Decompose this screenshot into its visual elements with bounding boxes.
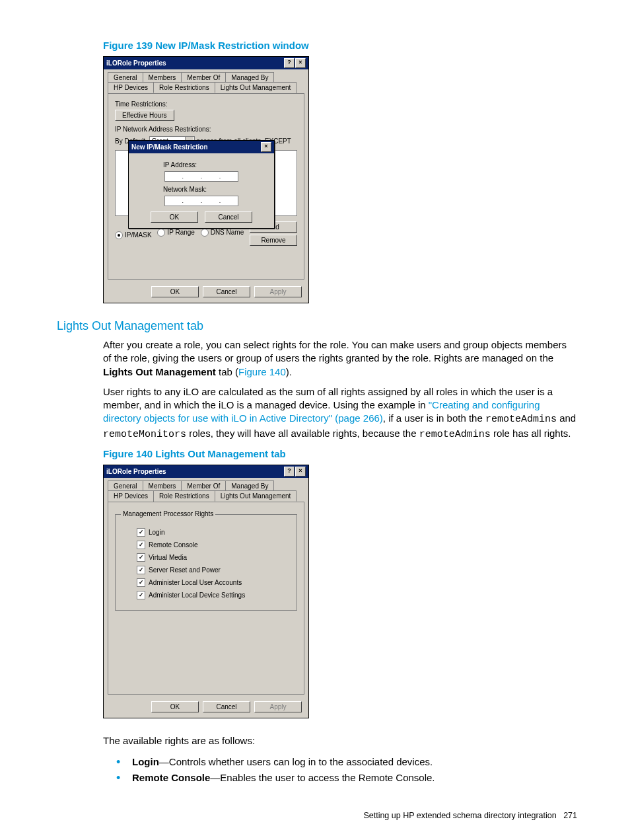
close-icon[interactable]: ×	[295, 467, 306, 477]
right-remote-console: Remote Console—Enables the user to acces…	[116, 770, 577, 786]
right-login: Login—Controls whether users can log in …	[116, 754, 577, 770]
checkbox-login[interactable]: Login	[137, 528, 289, 537]
rights-list: Login—Controls whether users can log in …	[116, 754, 577, 786]
cancel-button[interactable]: Cancel	[203, 286, 250, 297]
help-icon[interactable]: ?	[284, 58, 295, 68]
apply-button[interactable]: Apply	[254, 701, 302, 712]
dialog-body: Management Processor Rights Login Remote…	[108, 502, 304, 695]
tab-role-restrictions[interactable]: Role Restrictions	[153, 490, 215, 502]
tab-member-of[interactable]: Member Of	[181, 480, 226, 491]
checkbox-admin-device[interactable]: Administer Local Device Settings	[137, 591, 289, 599]
tab-strip: General Members Member Of Managed By HP …	[104, 69, 308, 93]
page-footer: Setting up HP extended schema directory …	[363, 811, 577, 820]
tab-role-restrictions[interactable]: Role Restrictions	[153, 82, 215, 93]
tab-general[interactable]: General	[108, 72, 143, 83]
mgmt-rights-group: Management Processor Rights Login Remote…	[115, 514, 297, 611]
paragraph-1: After you create a role, you can select …	[103, 338, 577, 379]
modal-cancel-button[interactable]: Cancel	[205, 211, 252, 223]
checkbox-remote-console[interactable]: Remote Console	[137, 541, 289, 549]
figure-139-caption: Figure 139 New IP/Mask Restriction windo…	[103, 40, 577, 51]
dialog-titlebar: iLORole Properties ? ×	[104, 57, 308, 69]
radio-ip-range[interactable]: IP Range	[157, 229, 195, 237]
time-restrictions-label: Time Restrictions:	[115, 100, 297, 108]
modal-titlebar: New IP/Mask Restriction ×	[129, 141, 274, 153]
tab-members[interactable]: Members	[143, 72, 182, 83]
close-icon[interactable]: ×	[261, 142, 271, 152]
dialog-role-properties-mgmt: iLORole Properties ? × General Members M…	[103, 465, 309, 718]
paragraph-2: User rights to any iLO are calculated as…	[103, 385, 577, 441]
ip-address-label: IP Address:	[163, 161, 270, 169]
apply-button[interactable]: Apply	[254, 286, 302, 297]
close-icon[interactable]: ×	[295, 58, 306, 68]
group-title: Management Processor Rights	[121, 510, 215, 517]
ip-restrictions-label: IP Network Address Restrictions:	[115, 126, 297, 133]
effective-hours-button[interactable]: Effective Hours	[115, 110, 174, 121]
radio-ip-mask[interactable]: IP/MASK	[115, 231, 152, 239]
rights-intro: The available rights are as follows:	[103, 734, 577, 747]
dialog-titlebar: iLORole Properties ? ×	[104, 465, 308, 478]
remove-button[interactable]: Remove	[250, 235, 297, 246]
dialog-title-text: iLORole Properties	[106, 468, 166, 475]
section-heading: Lights Out Management tab	[57, 319, 577, 333]
tab-managed-by[interactable]: Managed By	[225, 480, 274, 491]
figure-140-caption: Figure 140 Lights Out Management tab	[103, 448, 577, 459]
checkbox-virtual-media[interactable]: Virtual Media	[137, 553, 289, 562]
modal-title-text: New IP/Mask Restriction	[131, 143, 208, 151]
figure-140-link[interactable]: Figure 140	[238, 366, 286, 377]
tab-strip: General Members Member Of Managed By HP …	[104, 478, 308, 502]
dialog-body: Time Restrictions: Effective Hours IP Ne…	[108, 93, 304, 280]
checkbox-server-reset[interactable]: Server Reset and Power	[137, 566, 289, 574]
ip-address-input[interactable]: ...	[164, 171, 238, 182]
radio-dns-name[interactable]: DNS Name	[201, 229, 244, 237]
ok-button[interactable]: OK	[151, 701, 199, 712]
tab-member-of[interactable]: Member Of	[181, 72, 226, 83]
tab-general[interactable]: General	[108, 480, 143, 491]
modal-ok-button[interactable]: OK	[151, 211, 198, 223]
cancel-button[interactable]: Cancel	[203, 701, 250, 712]
tab-lights-out-mgmt[interactable]: Lights Out Management	[215, 82, 297, 93]
tab-lights-out-mgmt[interactable]: Lights Out Management	[215, 490, 297, 502]
tab-hp-devices[interactable]: HP Devices	[108, 490, 154, 502]
checkbox-admin-users[interactable]: Administer Local User Accounts	[137, 578, 289, 587]
new-ip-mask-modal: New IP/Mask Restriction × IP Address: ..…	[128, 140, 275, 229]
tab-members[interactable]: Members	[143, 480, 182, 491]
network-mask-label: Network Mask:	[163, 186, 270, 193]
tab-managed-by[interactable]: Managed By	[225, 72, 274, 83]
ok-button[interactable]: OK	[151, 286, 199, 297]
network-mask-input[interactable]: ...	[164, 196, 238, 206]
dialog-title-text: iLORole Properties	[106, 59, 166, 67]
dialog-role-properties-restrictions: iLORole Properties ? × General Members M…	[103, 56, 309, 303]
tab-hp-devices[interactable]: HP Devices	[108, 82, 154, 93]
help-icon[interactable]: ?	[284, 467, 295, 477]
